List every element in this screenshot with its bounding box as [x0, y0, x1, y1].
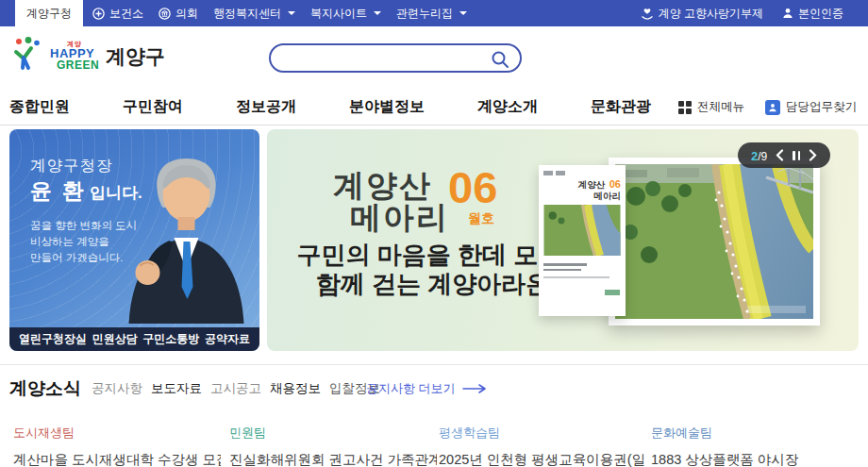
mayor-menu-communication[interactable]: 구민소통방	[142, 331, 199, 347]
news-tabs: 공지사항 보도자료 고시공고 채용정보 입찰정보	[92, 380, 380, 397]
list-item: 도시재생팀 계산마을 도시재생대학 수강생 모집	[13, 425, 221, 467]
page: 계양구청 보건소 의회 행정복지센터 복지사이트	[0, 0, 868, 467]
main-nav: 종합민원 구민참여 정보공개 분야별정보 계양소개 문화관광 전체메뉴 담당업무…	[0, 90, 868, 125]
identity-verify-label: 본인인증	[798, 6, 843, 22]
hero-magazine-title-line2: 메아리	[350, 197, 449, 240]
mayor-menu-consultation[interactable]: 민원상담	[92, 331, 138, 347]
magazine-caption-lines	[543, 263, 621, 271]
tab-announcements[interactable]: 고시공고	[210, 380, 261, 397]
mayor-quick-menu: 열린구청장실 민원상담 구민소통방 공약자료	[9, 327, 259, 351]
section-divider	[0, 364, 868, 365]
topbar-link-health-center[interactable]: 보건소	[92, 6, 143, 22]
tab-press[interactable]: 보도자료	[151, 380, 202, 397]
nav-item-civil-services[interactable]: 종합민원	[9, 97, 70, 117]
search-icon[interactable]	[491, 50, 509, 73]
news-section-title: 계양소식	[9, 376, 81, 401]
hometown-donation-link[interactable]: 계양 고향사랑기부제	[641, 6, 763, 22]
news-more-link[interactable]: 공지사항 더보기	[366, 380, 487, 397]
hand-heart-icon	[641, 8, 654, 20]
magazine-cover[interactable]: 계양산 06 메아리	[539, 165, 626, 316]
all-menu-button[interactable]: 전체메뉴	[678, 99, 744, 115]
site-logo[interactable]: 계양 HAPPY GREEN 계양구	[11, 37, 165, 76]
topbar-link-label: 복지사이트	[310, 6, 367, 22]
hometown-donation-label: 계양 고향사랑기부제	[659, 6, 763, 22]
nav-utilities: 전체메뉴 담당업무찾기	[678, 90, 857, 125]
top-utility-bar: 계양구청 보건소 의회 행정복지센터 복지사이트	[0, 0, 868, 26]
person-icon	[782, 8, 793, 19]
logo-wordmark: 계양 HAPPY GREEN	[50, 40, 99, 74]
identity-verify-link[interactable]: 본인인증	[782, 6, 843, 22]
topbar-link-label: 의회	[175, 6, 198, 22]
all-menu-label: 전체메뉴	[697, 99, 744, 115]
tab-notices[interactable]: 공지사항	[92, 380, 142, 397]
slideshow-pager: 2/9	[738, 142, 830, 168]
header: 계양 HAPPY GREEN 계양구	[0, 26, 868, 90]
list-item: 민원팀 진실화해위원회 권고사건 가족관계등록부 정	[229, 425, 437, 467]
team-label: 문화예술팀	[651, 425, 859, 442]
mayor-slogan-line: 만들어 가겠습니다.	[30, 250, 137, 266]
council-icon	[159, 8, 171, 20]
team-label: 평생학습팀	[439, 425, 646, 442]
topbar-link-label: 관련누리집	[396, 6, 453, 22]
chevron-down-icon	[459, 11, 467, 15]
magazine-logo-mark	[605, 290, 620, 295]
arrow-right-icon	[462, 382, 487, 396]
topbar-link-admin-welfare-center[interactable]: 행정복지센터	[213, 6, 295, 22]
topbar-links: 보건소 의회 행정복지센터 복지사이트 관련누리집	[92, 0, 467, 26]
site-title: 계양구	[106, 43, 165, 70]
main-nav-items: 종합민원 구민참여 정보공개 분야별정보 계양소개 문화관광	[9, 90, 651, 125]
nav-item-about-gyeyang[interactable]: 계양소개	[477, 97, 538, 117]
duty-finder-button[interactable]: 담당업무찾기	[765, 99, 857, 115]
hero-issue-number: 06	[448, 161, 497, 213]
nav-item-info-disclosure[interactable]: 정보공개	[236, 97, 296, 117]
mayor-name-row: 윤 환 입니다.	[30, 176, 142, 206]
person-badge-icon	[765, 100, 780, 115]
list-item: 문화예술팀 1883 상상플랫폼 야시장	[651, 425, 859, 467]
topbar-link-council[interactable]: 의회	[159, 6, 198, 22]
nav-item-sector-info[interactable]: 분야별정보	[349, 97, 425, 117]
hero-banner: 계양산 메아리 06 월호 구민의 마음을 한데 모아, 함께 걷는 계양아라온	[267, 129, 859, 351]
mayor-slogan: 꿈을 향한 변화의 도시 비상하는 계양을 만들어 가겠습니다.	[30, 218, 137, 266]
topbar-link-welfare-site[interactable]: 복지사이트	[310, 6, 381, 22]
mayor-menu-pledges[interactable]: 공약자료	[205, 331, 250, 347]
tab-recruitment[interactable]: 채용정보	[270, 380, 321, 397]
mayor-menu-open-office[interactable]: 열린구청장실	[19, 331, 87, 347]
news-more-label: 공지사항 더보기	[366, 380, 456, 397]
topbar-link-related-sites[interactable]: 관련누리집	[396, 6, 467, 22]
nav-item-culture-tourism[interactable]: 문화관광	[591, 97, 651, 117]
health-center-icon	[92, 8, 105, 20]
tab-district-office[interactable]: 계양구청	[15, 0, 83, 26]
list-item: 평생학습팀 2025년 인천형 평생교육이용권(일반, 장애인)	[439, 425, 646, 467]
chevron-down-icon	[374, 11, 381, 15]
search-input[interactable]	[284, 47, 482, 69]
magazine-title-line1: 계양산	[578, 179, 606, 190]
pause-slideshow-button[interactable]	[793, 151, 800, 160]
topbar-right: 계양 고향사랑기부제 본인인증	[641, 0, 843, 26]
hero-issue-label: 월호	[468, 210, 494, 227]
magazine-issue-number: 06	[609, 178, 621, 190]
team-label: 도시재생팀	[13, 425, 221, 442]
grid-menu-icon	[678, 101, 692, 114]
team-label: 민원팀	[229, 425, 437, 442]
topbar-link-label: 보건소	[109, 6, 143, 22]
mayor-slogan-line: 비상하는 계양을	[30, 234, 137, 250]
magazine-cover-title: 계양산 06 메아리	[543, 178, 621, 201]
next-slide-button[interactable]	[809, 149, 817, 161]
pager-total: /9	[758, 150, 767, 163]
mayor-banner-subtitle: 계양구청장	[30, 156, 113, 176]
news-item-link[interactable]: 진실화해위원회 권고사건 가족관계등록부 정	[229, 451, 437, 467]
mayor-banner: 계양구청장 윤 환 입니다. 꿈을 향한 변화의 도시 비상하는 계양을 만들어…	[9, 129, 259, 351]
happy-green-figure-icon	[11, 37, 43, 76]
duty-finder-label: 담당업무찾기	[786, 99, 857, 115]
search-bar	[269, 43, 522, 73]
mayor-slogan-line: 꿈을 향한 변화의 도시	[30, 218, 137, 234]
hero-photo[interactable]	[609, 158, 820, 325]
news-item-link[interactable]: 2025년 인천형 평생교육이용권(일반, 장애인)	[439, 451, 646, 467]
mayor-name-suffix: 입니다.	[85, 184, 142, 202]
magazine-cover-photo	[543, 205, 621, 256]
nav-item-participation[interactable]: 구민참여	[123, 97, 183, 117]
mayor-name: 윤 환	[30, 178, 85, 203]
prev-slide-button[interactable]	[776, 149, 784, 161]
news-item-link[interactable]: 1883 상상플랫폼 야시장	[651, 451, 859, 467]
news-item-link[interactable]: 계산마을 도시재생대학 수강생 모집	[13, 451, 221, 467]
